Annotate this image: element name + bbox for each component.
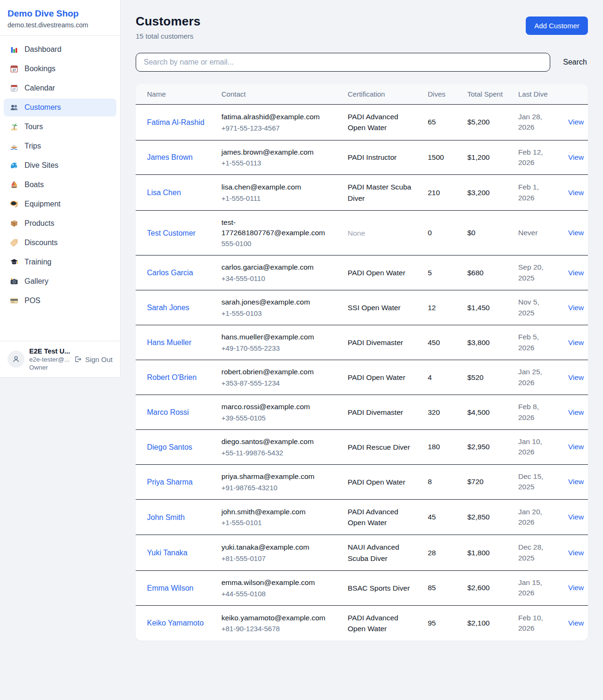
sidebar-item-tours[interactable]: Tours <box>4 118 116 136</box>
customer-dives: 180 <box>422 430 462 465</box>
column-header-certification: Certification <box>342 84 422 105</box>
customer-phone: +1-555-0101 <box>221 518 336 527</box>
customer-name-link[interactable]: Test Customer <box>147 229 196 237</box>
customer-total-spent: $3,800 <box>462 325 513 360</box>
customer-name-link[interactable]: Yuki Tanaka <box>147 549 187 557</box>
customer-email: sarah.jones@example.com <box>221 297 336 307</box>
customer-email: hans.mueller@example.com <box>221 332 336 342</box>
search-button[interactable]: Search <box>562 56 588 68</box>
sidebar-item-calendar[interactable]: Calendar <box>4 79 116 97</box>
sidebar-item-training[interactable]: Training <box>4 253 116 271</box>
sign-out-label: Sign Out <box>85 355 113 363</box>
view-link[interactable]: View <box>568 549 584 557</box>
customer-name-link[interactable]: Emma Wilson <box>147 584 194 592</box>
view-link[interactable]: View <box>568 338 584 346</box>
customer-name-link[interactable]: James Brown <box>147 153 193 161</box>
customer-name-link[interactable]: Robert O'Brien <box>147 373 196 381</box>
sidebar-item-trips[interactable]: Trips <box>4 137 116 155</box>
table-row: Fatima Al-Rashid fatima.alrashid@example… <box>136 105 588 140</box>
credit-card-icon <box>9 296 19 305</box>
customer-name-link[interactable]: Marco Rossi <box>147 408 189 416</box>
customer-email: diego.santos@example.com <box>221 436 336 447</box>
customer-email: carlos.garcia@example.com <box>221 262 336 272</box>
view-link[interactable]: View <box>568 443 584 451</box>
column-header-contact: Contact <box>216 84 342 105</box>
page-title: Customers <box>136 14 201 29</box>
customer-phone: +1-555-0113 <box>221 158 336 168</box>
main-content: Customers 15 total customers Add Custome… <box>121 0 603 654</box>
view-link[interactable]: View <box>568 189 584 197</box>
sidebar-item-dive-sites[interactable]: Dive Sites <box>4 156 116 174</box>
customer-last-dive: Dec 28, 2025 <box>513 535 562 571</box>
user-email: e2e-tester@... <box>29 356 69 363</box>
table-header-row: Name Contact Certification Dives Total S… <box>136 84 588 105</box>
customer-name-link[interactable]: Fatima Al-Rashid <box>147 118 204 126</box>
table-row: Diego Santos diego.santos@example.com +5… <box>136 430 588 465</box>
shop-title: Demo Dive Shop <box>8 8 113 19</box>
view-link[interactable]: View <box>568 118 584 126</box>
package-icon <box>9 219 19 228</box>
customer-last-dive: Dec 15, 2025 <box>513 464 562 499</box>
view-link[interactable]: View <box>568 408 584 416</box>
customer-name-link[interactable]: Priya Sharma <box>147 478 193 486</box>
customer-last-dive: Jan 10, 2026 <box>513 430 562 465</box>
search-input[interactable] <box>136 53 550 72</box>
customer-name-link[interactable]: John Smith <box>147 513 185 521</box>
customer-total-spent: $0 <box>462 210 513 255</box>
customer-name-link[interactable]: Diego Santos <box>147 443 192 451</box>
sidebar-item-discounts[interactable]: Discounts <box>4 234 116 252</box>
customer-certification: NAUI Advanced Scuba Diver <box>348 543 399 562</box>
customer-dives: 450 <box>422 325 462 360</box>
sidebar-item-label: Bookings <box>24 65 56 73</box>
sign-out-button[interactable]: Sign Out <box>73 355 113 363</box>
customer-total-spent: $720 <box>462 464 513 499</box>
customer-phone: +39-555-0105 <box>221 413 336 423</box>
customer-certification: SSI Open Water <box>348 304 400 312</box>
customer-last-dive: Feb 10, 2026 <box>513 605 562 641</box>
sidebar-item-equipment[interactable]: Equipment <box>4 195 116 213</box>
sidebar-item-boats[interactable]: Boats <box>4 176 116 194</box>
table-row: Robert O'Brien robert.obrien@example.com… <box>136 360 588 395</box>
customer-total-spent: $2,600 <box>462 570 513 605</box>
avatar <box>8 351 24 368</box>
customer-name-link[interactable]: Lisa Chen <box>147 189 181 197</box>
sidebar-item-products[interactable]: Products <box>4 214 116 232</box>
sidebar-item-label: Discounts <box>24 239 57 247</box>
sidebar-item-label: Boats <box>24 181 44 189</box>
table-row: Keiko Yamamoto keiko.yamamoto@example.co… <box>136 605 588 641</box>
sidebar-item-customers[interactable]: Customers <box>4 99 116 116</box>
sign-out-icon <box>73 355 82 363</box>
customer-name-link[interactable]: Hans Mueller <box>147 338 191 346</box>
customer-last-dive: Feb 8, 2026 <box>513 395 562 430</box>
customer-phone: +81-555-0107 <box>221 553 336 563</box>
view-link[interactable]: View <box>568 229 584 237</box>
customer-email: fatima.alrashid@example.com <box>221 112 336 122</box>
customer-name-link[interactable]: Carlos Garcia <box>147 269 193 277</box>
view-link[interactable]: View <box>568 153 584 161</box>
sidebar-item-pos[interactable]: POS <box>4 292 116 310</box>
view-link[interactable]: View <box>568 513 584 521</box>
customer-name-link[interactable]: Sarah Jones <box>147 304 189 312</box>
sidebar-item-bookings[interactable]: Bookings <box>4 60 116 78</box>
view-link[interactable]: View <box>568 619 584 627</box>
customer-email: lisa.chen@example.com <box>221 182 336 192</box>
sidebar-item-dashboard[interactable]: Dashboard <box>4 41 116 58</box>
customer-phone: +1-555-0111 <box>221 193 336 203</box>
sidebar-item-gallery[interactable]: Gallery <box>4 272 116 290</box>
customer-certification: PADI Open Water <box>348 269 405 277</box>
speedboat-icon <box>9 141 19 151</box>
view-link[interactable]: View <box>568 584 584 592</box>
add-customer-button[interactable]: Add Customer <box>526 16 588 35</box>
view-link[interactable]: View <box>568 478 584 486</box>
user-box: E2E Test U... e2e-tester@... Owner Sign … <box>0 341 120 377</box>
view-link[interactable]: View <box>568 373 584 381</box>
view-link[interactable]: View <box>568 304 584 312</box>
customer-name-link[interactable]: Keiko Yamamoto <box>147 619 204 627</box>
customer-email: marco.rossi@example.com <box>221 402 336 412</box>
table-row: Hans Mueller hans.mueller@example.com +4… <box>136 325 588 360</box>
customer-dives: 95 <box>422 605 462 641</box>
view-link[interactable]: View <box>568 269 584 277</box>
page-header: Customers 15 total customers Add Custome… <box>136 14 588 40</box>
camera-icon <box>9 277 19 286</box>
table-row: James Brown james.brown@example.com +1-5… <box>136 140 588 175</box>
